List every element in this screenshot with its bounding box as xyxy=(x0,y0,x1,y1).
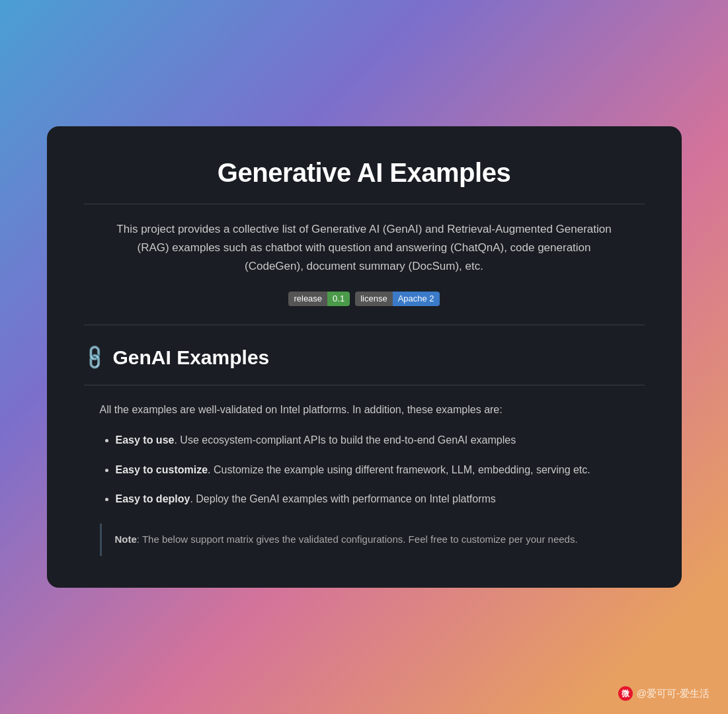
page-title: Generative AI Examples xyxy=(84,158,645,188)
section-heading: 🔗 GenAI Examples xyxy=(84,346,645,369)
release-badge: release 0.1 xyxy=(288,292,350,306)
list-item: Easy to customize. Customize the example… xyxy=(116,461,645,479)
list-item: Easy to deploy. Deploy the GenAI example… xyxy=(116,491,645,508)
badges-container: release 0.1 license Apache 2 xyxy=(84,292,645,306)
link-icon: 🔗 xyxy=(79,343,109,373)
license-badge-value: Apache 2 xyxy=(393,292,440,306)
bullet-bold-1: Easy to use xyxy=(116,434,175,446)
bullet-bold-3: Easy to deploy xyxy=(116,493,190,504)
bullet-bold-2: Easy to customize xyxy=(116,464,208,475)
note-label: Note xyxy=(115,534,137,545)
page-description: This project provides a collective list … xyxy=(113,220,616,276)
note-content: : The below support matrix gives the val… xyxy=(137,534,578,545)
release-badge-label: release xyxy=(288,292,327,306)
license-badge-label: license xyxy=(355,292,392,306)
section-divider xyxy=(84,385,645,385)
bullet-rest-1: . Use ecosystem-compliant APIs to build … xyxy=(174,434,516,446)
license-badge: license Apache 2 xyxy=(355,292,439,306)
main-card: Generative AI Examples This project prov… xyxy=(47,126,682,588)
note-block: Note: The below support matrix gives the… xyxy=(100,524,645,556)
weibo-icon: 微 xyxy=(618,686,633,701)
watermark: 微 @爱可可-爱生活 xyxy=(618,686,709,701)
section-intro: All the examples are well-validated on I… xyxy=(84,401,645,418)
release-badge-value: 0.1 xyxy=(327,292,350,306)
title-divider xyxy=(84,204,645,204)
bullet-rest-2: . Customize the example using different … xyxy=(208,464,590,475)
watermark-text: @爱可可-爱生活 xyxy=(637,688,709,700)
note-text: Note: The below support matrix gives the… xyxy=(115,532,645,548)
badges-divider xyxy=(84,325,645,325)
features-list: Easy to use. Use ecosystem-compliant API… xyxy=(84,432,645,508)
bullet-rest-3: . Deploy the GenAI examples with perform… xyxy=(190,493,495,504)
section-title: GenAI Examples xyxy=(113,346,270,369)
list-item: Easy to use. Use ecosystem-compliant API… xyxy=(116,432,645,449)
